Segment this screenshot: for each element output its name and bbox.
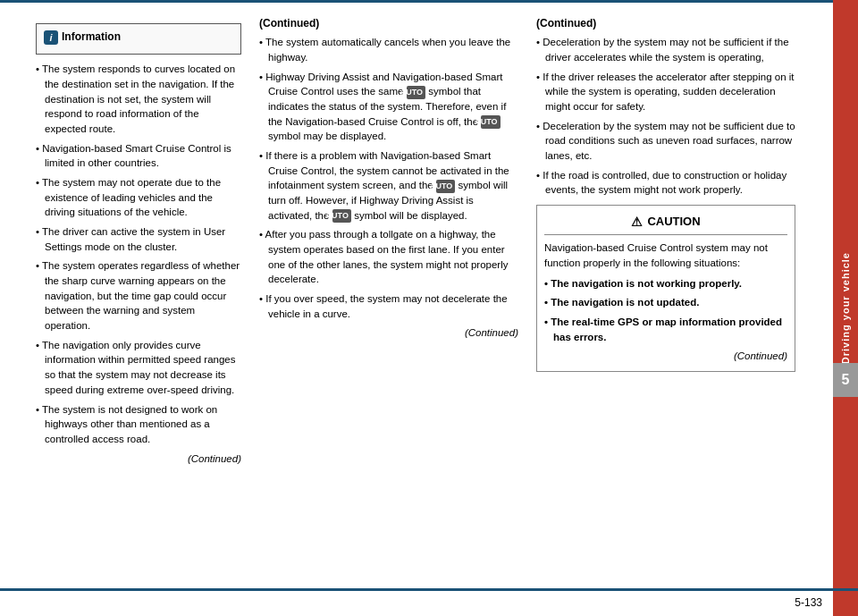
list-item: The system is not designed to work on hi… [36, 402, 241, 447]
main-content: i Information The system responds to cur… [0, 12, 858, 616]
auto-badge: AUTO [436, 180, 455, 193]
col-right-continued-top: (Continued) [536, 16, 795, 31]
caution-continued: (Continued) [544, 349, 787, 364]
caution-list-item: The navigation is not working properly. [544, 276, 787, 291]
list-item: The system responds to curves located on… [36, 62, 241, 136]
caution-intro: Navigation-based Cruise Control system m… [544, 240, 787, 270]
information-label: Information [62, 30, 121, 45]
info-box: i Information [36, 23, 241, 55]
list-item: If the road is controlled, due to constr… [536, 168, 795, 198]
list-item: Deceleration by the system may not be su… [536, 35, 795, 64]
caution-list-item: The navigation is not updated. [544, 295, 787, 310]
caution-label: CAUTION [647, 214, 700, 231]
col-right: (Continued) Deceleration by the system m… [527, 12, 804, 616]
list-item: The driver can active the system in User… [36, 224, 241, 254]
list-item: If you over speed, the system may not de… [259, 291, 518, 321]
list-item: Deceleration by the system may not be su… [536, 119, 795, 164]
list-item: If there is a problem with Navigation-ba… [259, 148, 518, 223]
side-tab: Driving your vehicle 5 [833, 0, 858, 616]
list-item: The system operates regardless of whethe… [36, 258, 241, 333]
list-item: Highway Driving Assist and Navigation-ba… [259, 70, 518, 144]
list-item: The system may not operate due to the ex… [36, 175, 241, 220]
auto-badge: AUTO [332, 209, 351, 223]
col-left: i Information The system responds to cur… [9, 12, 250, 616]
col-middle-continued-bottom: (Continued) [259, 325, 518, 341]
auto-badge: AUTO [481, 115, 500, 129]
col-middle-continued-top: (Continued) [259, 16, 518, 31]
col-middle: (Continued) The system automatically can… [250, 12, 527, 616]
list-item: After you pass through a tollgate on a h… [259, 227, 518, 287]
col-left-continued: (Continued) [36, 451, 241, 467]
caution-box: ⚠ CAUTION Navigation-based Cruise Contro… [536, 205, 795, 372]
list-item: Navigation-based Smart Cruise Control is… [36, 141, 241, 171]
page-number: 5-133 [795, 596, 822, 609]
info-icon: i [44, 30, 58, 45]
caution-list-item: The real-time GPS or map information pro… [544, 315, 787, 344]
bottom-bar [0, 588, 858, 591]
auto-badge: AUTO [407, 86, 425, 99]
chapter-number: 5 [833, 363, 858, 397]
caution-title: ⚠ CAUTION [544, 213, 787, 235]
side-tab-label: Driving your vehicle [840, 252, 851, 364]
info-box-title: i Information [44, 30, 233, 45]
page-container: i Information The system responds to cur… [0, 0, 858, 616]
content-area: i Information The system responds to cur… [0, 3, 858, 616]
list-item: The system automatically cancels when yo… [259, 35, 518, 64]
list-item: The navigation only provides curve infor… [36, 338, 241, 398]
list-item: If the driver releases the accelerator a… [536, 70, 795, 114]
caution-triangle-icon: ⚠ [631, 213, 643, 231]
